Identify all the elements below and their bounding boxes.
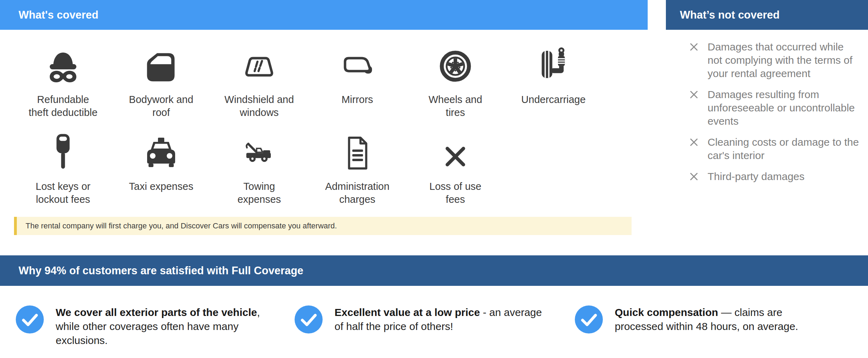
not-covered-panel: What’s not covered Damages that occurred… (666, 0, 868, 235)
benefit-text-bold: We cover all exterior parts of the vehic… (56, 307, 257, 318)
benefit-item: Quick compensation — claims are processe… (575, 305, 852, 347)
covered-item-label: Refundable theft deductible (29, 93, 98, 119)
not-covered-item: Damages that occurred while not complyin… (689, 40, 861, 80)
covered-item: Taxi expenses (112, 132, 210, 206)
not-covered-item-text: Damages that occurred while not complyin… (708, 40, 861, 80)
compensation-note-text: The rental company will first charge you… (26, 221, 337, 230)
not-covered-title: What’s not covered (680, 9, 780, 21)
benefit-text-bold: Excellent value at a low price (335, 307, 480, 318)
benefit-item: Excellent value at a low price - an aver… (295, 305, 575, 347)
burglar-icon (44, 45, 82, 84)
benefits-row: We cover all exterior parts of the vehic… (0, 305, 868, 347)
covered-item: Administration charges (308, 132, 406, 206)
not-covered-item: Damages resulting from unforeseeable or … (689, 88, 861, 128)
taxi-icon (144, 132, 179, 171)
windshield-icon (242, 45, 277, 84)
x-mark-icon (689, 137, 699, 149)
covered-items-grid: Refundable theft deductible Bodywork and… (14, 30, 602, 206)
covered-item-label: Undercarriage (521, 93, 586, 106)
covered-item-label: Loss of use fees (429, 180, 481, 206)
covered-item: Mirrors (308, 45, 406, 119)
covered-item: Undercarriage (504, 45, 602, 119)
empty-cell (504, 132, 602, 206)
covered-item-label: Wheels and tires (428, 93, 482, 119)
covered-item-label: Bodywork and roof (129, 93, 193, 119)
x-mark-icon (689, 42, 699, 54)
not-covered-item: Cleaning costs or damage to the car's in… (689, 136, 861, 162)
not-covered-item-text: Third-party damages (708, 170, 861, 183)
covered-item: Windshield and windows (210, 45, 308, 119)
x-mark-icon (689, 89, 699, 101)
check-circle-icon (295, 305, 323, 333)
benefit-text: Quick compensation — claims are processe… (615, 305, 834, 333)
covered-panel: What's covered Refundable theft deductib… (0, 0, 648, 235)
covered-item-label: Towing expenses (237, 180, 281, 206)
undercarriage-icon (535, 45, 572, 84)
why-satisfied-header: Why 94% of customers are satisfied with … (0, 255, 868, 286)
check-circle-icon (16, 305, 44, 333)
covered-item: Bodywork and roof (112, 45, 210, 119)
benefit-item: We cover all exterior parts of the vehic… (16, 305, 295, 347)
covered-item: Lost keys or lockout fees (14, 132, 112, 206)
check-circle-icon (575, 305, 603, 333)
document-icon (339, 132, 375, 171)
benefit-text: We cover all exterior parts of the vehic… (56, 305, 282, 347)
not-covered-list: Damages that occurred while not complyin… (666, 30, 868, 183)
covered-item: Towing expenses (210, 132, 308, 206)
cross-icon (441, 132, 470, 171)
covered-header: What's covered (0, 0, 648, 30)
key-icon (44, 132, 82, 171)
covered-item-label: Taxi expenses (129, 180, 193, 193)
wheel-icon (438, 45, 473, 84)
coverage-section: What's covered Refundable theft deductib… (0, 0, 868, 235)
benefit-text-bold: Quick compensation (615, 307, 718, 318)
not-covered-item-text: Cleaning costs or damage to the car's in… (708, 136, 861, 162)
x-mark-icon (689, 171, 699, 183)
not-covered-header: What’s not covered (666, 0, 868, 30)
covered-item: Loss of use fees (406, 132, 504, 206)
not-covered-item: Third-party damages (689, 170, 861, 183)
benefit-text: Excellent value at a low price - an aver… (335, 305, 545, 333)
covered-item-label: Mirrors (342, 93, 373, 106)
compensation-note: The rental company will first charge you… (14, 217, 632, 235)
covered-item: Refundable theft deductible (14, 45, 112, 119)
side-mirror-icon (340, 45, 375, 84)
car-door-icon (144, 45, 178, 84)
covered-item-label: Lost keys or lockout fees (36, 180, 90, 206)
not-covered-item-text: Damages resulting from unforeseeable or … (708, 88, 861, 128)
covered-item: Wheels and tires (406, 45, 504, 119)
tow-truck-icon (242, 132, 276, 171)
covered-item-label: Windshield and windows (225, 93, 294, 119)
covered-title: What's covered (19, 9, 98, 21)
covered-item-label: Administration charges (325, 180, 390, 206)
why-satisfied-title: Why 94% of customers are satisfied with … (19, 264, 303, 277)
